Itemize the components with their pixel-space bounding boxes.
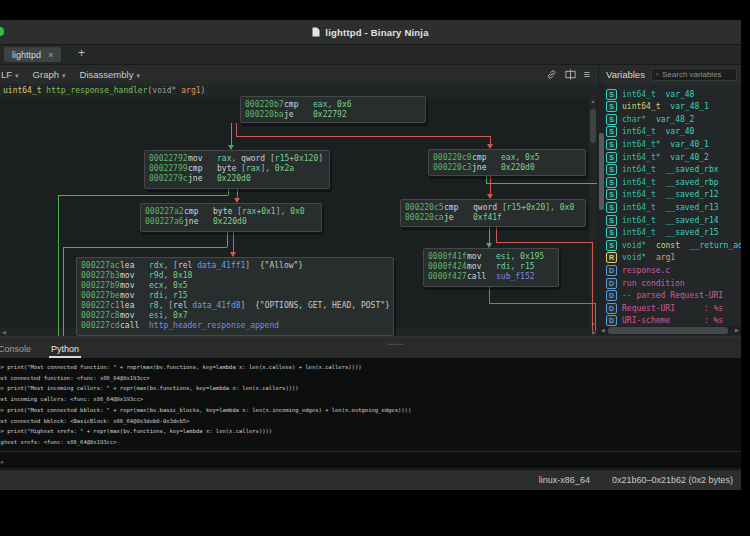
variable-row[interactable]: Sint64_t var_40 bbox=[606, 126, 694, 138]
operand-token: 0x22792 bbox=[313, 110, 347, 119]
variable-row[interactable]: Schar* var_48_2 bbox=[606, 113, 694, 125]
dropdown-disassembly[interactable]: Disassembly▾ bbox=[80, 69, 140, 80]
operand-token: 0x20 bbox=[526, 203, 545, 212]
scrollbar-thumb[interactable] bbox=[608, 327, 728, 334]
basic-block[interactable]: 000220b7cmpeax, 0x6000220baje0x22792 bbox=[240, 96, 426, 123]
dropdown-elf[interactable]: LF▾ bbox=[1, 69, 19, 80]
scrollbar-thumb[interactable] bbox=[590, 109, 596, 143]
variables-list: Sint64_t var_48Suint64_t var_48_1Schar* … bbox=[598, 84, 741, 336]
tab-lighttpd[interactable]: lighttpd × bbox=[4, 47, 61, 62]
instruction-row[interactable]: 00022799cmpbyte [rax], 0x2a bbox=[145, 164, 329, 174]
instruction-row[interactable]: 000227bemovrdi, r15 bbox=[77, 291, 393, 301]
scroll-left-icon[interactable]: ◀ bbox=[599, 326, 607, 335]
console-log-line: Highest xrefs: <func: x86_64@0x193cc> bbox=[0, 437, 741, 448]
graph-edge bbox=[231, 123, 232, 145]
search-variables-input[interactable] bbox=[662, 70, 732, 79]
operand-token: ecx bbox=[149, 281, 163, 290]
variable-row[interactable]: Sint64_t __saved_rbp bbox=[606, 176, 719, 188]
graph-edge bbox=[490, 176, 491, 194]
dropdown-graph[interactable]: Graph▾ bbox=[33, 69, 66, 80]
instruction-row[interactable]: 000227a6jne0x220d0 bbox=[141, 217, 321, 227]
variables-horizontal-scrollbar[interactable]: ◀ ▶ bbox=[599, 326, 741, 335]
variable-row[interactable]: Suint64_t var_48_1 bbox=[606, 101, 709, 113]
operand-token: {"Allow"} bbox=[250, 261, 303, 270]
variables-search-box[interactable] bbox=[651, 68, 737, 81]
title-bar[interactable]: lighttpd - Binary Ninja bbox=[0, 20, 741, 45]
instruction-row[interactable]: 0000f41fmovesi, 0x195 bbox=[424, 252, 558, 262]
variable-token: var_48_2 bbox=[656, 115, 695, 124]
instruction-row[interactable]: 0002279cjne0x220d0 bbox=[145, 174, 329, 184]
tab-console[interactable]: Console bbox=[0, 344, 33, 358]
instruction-row[interactable]: 000227c1lear8, [rel data_41fd8] {"OPTION… bbox=[77, 301, 393, 311]
graph-view[interactable]: ▲ ▼ ◀ ▶ 000220b7cmpeax, 0x6000220baje0x2… bbox=[0, 84, 598, 336]
instruction-address: 000227ac bbox=[81, 261, 120, 271]
instruction-row[interactable]: 000227c8movesi, 0x7 bbox=[77, 311, 393, 321]
tab-label: lighttpd bbox=[12, 50, 41, 60]
splitter-handle[interactable]: ••••• bbox=[388, 341, 404, 347]
operand-token: 0x1 bbox=[261, 207, 275, 216]
basic-block[interactable]: 000220c0cmpeax, 0x5000220c3jne0x220d0 bbox=[428, 149, 586, 176]
variable-row[interactable]: Svoid* const __return_addr bbox=[606, 239, 741, 251]
operand-token: esi bbox=[149, 311, 163, 320]
variable-row[interactable]: DURI-scheme : %s bbox=[606, 315, 723, 327]
variable-row[interactable]: Rvoid* arg1 bbox=[606, 252, 675, 264]
variable-row[interactable]: Dresponse.c bbox=[606, 264, 670, 276]
variable-row[interactable]: DRequest-URI : %s bbox=[606, 302, 723, 314]
variable-row[interactable]: D-- parsed Request-URI bbox=[606, 290, 723, 302]
variable-row[interactable]: Sint64_t __saved_r14 bbox=[606, 214, 719, 226]
basic-block[interactable]: 000220c5cmpqword [r15+0x20], 0x0000220ca… bbox=[400, 199, 586, 227]
basic-block[interactable]: 000227acleardx, [rel data_41ff1] {"Allow… bbox=[76, 257, 394, 336]
console-input-row[interactable]: >>> bbox=[0, 451, 741, 471]
variable-token: __saved_r14 bbox=[666, 216, 719, 225]
instruction-row[interactable]: 000220c5cmpqword [r15+0x20], 0x0 bbox=[401, 203, 585, 213]
variable-row[interactable]: Sint64_t __saved_r15 bbox=[606, 227, 719, 239]
new-tab-button[interactable]: + bbox=[78, 46, 85, 60]
graph-vertical-scrollbar[interactable]: ▲ ▼ bbox=[589, 97, 597, 328]
instruction-operands: 0x22792 bbox=[313, 110, 347, 119]
instruction-row[interactable]: 0000f427callsub_f152 bbox=[424, 272, 558, 282]
split-view-icon[interactable] bbox=[565, 69, 576, 80]
variable-row[interactable]: Sint64_t var_48 bbox=[606, 88, 694, 100]
instruction-row[interactable]: 000227b3movr9d, 0x18 bbox=[77, 271, 393, 281]
operand-token: , bbox=[163, 271, 173, 280]
instruction-row[interactable]: 000220baje0x22792 bbox=[241, 110, 425, 120]
instruction-row[interactable]: 000220c0cmpeax, 0x5 bbox=[429, 153, 585, 163]
graph-edge bbox=[63, 247, 64, 336]
instruction-row[interactable]: 000227a2cmpbyte [rax+0x1], 0x0 bbox=[141, 207, 321, 217]
variable-row[interactable]: Sint64_t* var_40_1 bbox=[606, 138, 709, 150]
instruction-row[interactable]: 000227acleardx, [rel data_41ff1] {"Allow… bbox=[77, 261, 393, 271]
variable-row[interactable]: Sint64_t __saved_rbx bbox=[606, 164, 719, 176]
operand-token: data_41fd8 bbox=[192, 301, 240, 310]
operand-token: qword bbox=[241, 154, 270, 163]
variable-row[interactable]: Sint64_t* var_40_2 bbox=[606, 151, 709, 163]
basic-block[interactable]: 00022792movrax, qword [r15+0x120]0002279… bbox=[144, 150, 330, 189]
instruction-mnemonic: cmp bbox=[444, 203, 473, 213]
menu-icon[interactable]: ≡ bbox=[584, 69, 590, 80]
instruction-row[interactable]: 000220c3jne0x220d0 bbox=[429, 163, 585, 173]
scroll-right-icon[interactable]: ▶ bbox=[733, 326, 741, 335]
basic-block[interactable]: 000227a2cmpbyte [rax+0x1], 0x0000227a6jn… bbox=[140, 203, 322, 232]
link-icon[interactable] bbox=[546, 69, 557, 80]
instruction-row[interactable]: 000227b9movecx, 0x5 bbox=[77, 281, 393, 291]
basic-block[interactable]: 0000f41fmovesi, 0x1950000f424movrdi, r15… bbox=[423, 248, 559, 287]
variable-row[interactable]: Drun condition bbox=[606, 277, 685, 289]
instruction-row[interactable]: 00022792movrax, qword [r15+0x120] bbox=[145, 154, 329, 164]
variable-token: int64_t* bbox=[622, 140, 665, 149]
scroll-left-icon[interactable]: ◀ bbox=[0, 328, 8, 336]
scroll-up-icon[interactable]: ▲ bbox=[589, 97, 597, 105]
variable-kind-badge: D bbox=[606, 303, 617, 314]
operand-token: rax bbox=[217, 154, 231, 163]
instruction-row[interactable]: 000227cdcallhttp_header_response_append bbox=[77, 321, 393, 331]
console-log[interactable]: >>> print("Most connected function: " + … bbox=[0, 359, 741, 451]
variable-row[interactable]: Sint64_t __saved_r13 bbox=[606, 201, 719, 213]
tab-close-icon[interactable]: × bbox=[48, 50, 53, 60]
variable-row[interactable]: Sint64_t __saved_r12 bbox=[606, 189, 719, 201]
instruction-row[interactable]: 0000f424movrdi, r15 bbox=[424, 262, 558, 272]
tab-python[interactable]: Python bbox=[49, 344, 81, 358]
instruction-row[interactable]: 000220caje0xf41f bbox=[401, 213, 585, 223]
operand-token: eax bbox=[313, 100, 327, 109]
operand-token: r15 bbox=[275, 154, 289, 163]
instruction-row[interactable]: 000220b7cmpeax, 0x6 bbox=[241, 100, 425, 110]
operand-token: rax bbox=[242, 207, 256, 216]
variable-kind-badge: S bbox=[606, 89, 617, 100]
